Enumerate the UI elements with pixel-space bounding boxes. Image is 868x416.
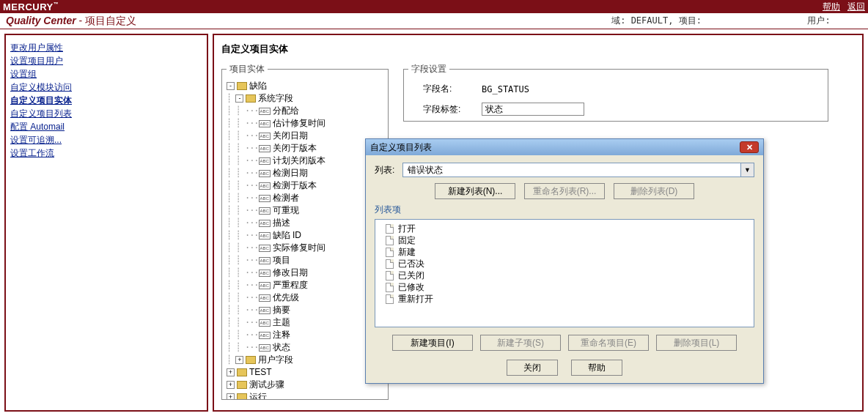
- list-items-legend: 列表项: [375, 204, 401, 215]
- tree-field-15[interactable]: ┊ ┊ ···ABC优先级: [227, 291, 383, 304]
- sidebar-item-8[interactable]: 设置工作流: [10, 146, 202, 160]
- field-icon: ABC: [259, 319, 271, 327]
- folder-icon: [246, 94, 256, 103]
- list-item-0[interactable]: 打开: [378, 223, 751, 234]
- tree-sibling-1[interactable]: +测试步骤: [227, 379, 383, 391]
- list-item-2[interactable]: 新建: [378, 246, 751, 258]
- sidebar-item-3[interactable]: 自定义模块访问: [10, 81, 202, 94]
- document-icon: [386, 259, 394, 269]
- field-name-label: 字段名:: [423, 83, 482, 95]
- tree-field-7[interactable]: ┊ ┊ ···ABC检测者: [227, 192, 383, 204]
- field-label-input[interactable]: [482, 103, 584, 116]
- close-icon: ✕: [746, 143, 753, 152]
- sidebar-item-5[interactable]: 自定义项目列表: [10, 107, 202, 120]
- dialog-close-button[interactable]: ✕: [740, 141, 759, 153]
- dialog-help-button[interactable]: 帮助: [571, 360, 622, 376]
- tree-sibling-2[interactable]: +运行: [227, 391, 383, 400]
- field-icon: ABC: [259, 157, 271, 165]
- document-icon: [386, 283, 394, 292]
- rename-item-button[interactable]: 重命名项目(E): [568, 335, 649, 351]
- sidebar-item-4[interactable]: 自定义项目实体: [10, 94, 202, 107]
- folder-icon: [237, 393, 247, 400]
- tree-field-0[interactable]: ┊ ┊ ···ABC分配给: [227, 105, 383, 117]
- tree-field-12[interactable]: ┊ ┊ ···ABC项目: [227, 254, 383, 267]
- document-icon: [386, 248, 394, 257]
- dialog-close-footer-button[interactable]: 关闭: [507, 360, 558, 376]
- tree-legend: 项目实体: [227, 63, 268, 75]
- field-legend: 字段设置: [408, 63, 449, 75]
- topbar: MERCURY™ 帮助 返回: [0, 0, 868, 13]
- field-icon: ABC: [259, 195, 271, 202]
- dialog-titlebar[interactable]: 自定义项目列表 ✕: [366, 139, 763, 155]
- tree-field-19[interactable]: ┊ ┊ ···ABC状态: [227, 341, 383, 354]
- page-title: 项目自定义: [85, 15, 136, 26]
- sidebar-item-6[interactable]: 配置 Automail: [10, 120, 202, 133]
- field-icon: ABC: [259, 332, 271, 339]
- tree-defect[interactable]: -缺陷: [227, 80, 383, 92]
- list-items-box[interactable]: 打开固定新建已否决已关闭已修改重新打开: [375, 219, 754, 327]
- tree-sibling-0[interactable]: +TEST: [227, 366, 383, 379]
- list-item-3[interactable]: 已否决: [378, 258, 751, 270]
- tree-field-9[interactable]: ┊ ┊ ···ABC描述: [227, 217, 383, 229]
- domain-label: 域:: [611, 15, 625, 26]
- field-icon: ABC: [259, 220, 271, 227]
- tree-field-18[interactable]: ┊ ┊ ···ABC注释: [227, 329, 383, 341]
- rename-list-button[interactable]: 重命名列表(R)...: [524, 183, 605, 199]
- list-item-4[interactable]: 已关闭: [378, 270, 751, 281]
- tree-field-16[interactable]: ┊ ┊ ···ABC摘要: [227, 304, 383, 316]
- field-icon: ABC: [259, 182, 271, 190]
- subheader: Quality Center - 项目自定义 域: DEFAULT, 项目: 用…: [0, 13, 868, 29]
- tree-user-fields[interactable]: ┊ +用户字段: [227, 354, 383, 366]
- list-dropdown-button[interactable]: ▼: [741, 163, 754, 177]
- folder-icon: [237, 381, 247, 389]
- field-icon: ABC: [259, 344, 271, 352]
- new-subitem-button[interactable]: 新建子项(S): [480, 335, 561, 351]
- entity-tree[interactable]: -缺陷┊ -系统字段┊ ┊ ···ABC分配给┊ ┊ ···ABC估计修复时间┊…: [227, 80, 383, 400]
- tree-field-1[interactable]: ┊ ┊ ···ABC估计修复时间: [227, 117, 383, 130]
- tree-field-3[interactable]: ┊ ┊ ···ABC关闭于版本: [227, 142, 383, 155]
- document-icon: [386, 271, 394, 281]
- delete-list-button[interactable]: 删除列表(D): [614, 183, 694, 199]
- brand-logo: MERCURY™: [3, 1, 59, 12]
- field-fieldset: 字段设置 字段名: BG_STATUS 字段标签:: [403, 63, 828, 122]
- tree-field-14[interactable]: ┊ ┊ ···ABC严重程度: [227, 279, 383, 291]
- tree-field-13[interactable]: ┊ ┊ ···ABC修改日期: [227, 267, 383, 279]
- tree-toggle-icon[interactable]: -: [227, 82, 235, 90]
- tree-field-2[interactable]: ┊ ┊ ···ABC关闭日期: [227, 130, 383, 142]
- sidebar-item-0[interactable]: 更改用户属性: [10, 41, 202, 54]
- list-select-input[interactable]: [402, 163, 741, 177]
- tree-toggle-icon[interactable]: +: [227, 381, 235, 389]
- tree-toggle-icon[interactable]: +: [235, 356, 243, 364]
- tree-field-6[interactable]: ┊ ┊ ···ABC检测于版本: [227, 179, 383, 192]
- document-icon: [386, 294, 394, 304]
- sidebar-item-7[interactable]: 设置可追溯...: [10, 133, 202, 146]
- tree-field-5[interactable]: ┊ ┊ ···ABC检测日期: [227, 167, 383, 179]
- dialog-title-text: 自定义项目列表: [370, 141, 432, 154]
- tree-system-fields[interactable]: ┊ -系统字段: [227, 92, 383, 105]
- tree-field-4[interactable]: ┊ ┊ ···ABC计划关闭版本: [227, 155, 383, 167]
- tree-field-8[interactable]: ┊ ┊ ···ABC可重现: [227, 204, 383, 217]
- tree-field-17[interactable]: ┊ ┊ ···ABC主题: [227, 316, 383, 329]
- sidebar-item-1[interactable]: 设置项目用户: [10, 54, 202, 67]
- tree-field-11[interactable]: ┊ ┊ ···ABC实际修复时间: [227, 242, 383, 254]
- tree-toggle-icon[interactable]: +: [227, 368, 235, 376]
- tree-field-10[interactable]: ┊ ┊ ···ABC缺陷 ID: [227, 229, 383, 242]
- tree-toggle-icon[interactable]: -: [235, 94, 243, 103]
- list-item-5[interactable]: 已修改: [378, 281, 751, 293]
- back-link[interactable]: 返回: [847, 1, 865, 13]
- list-item-1[interactable]: 固定: [378, 234, 751, 246]
- sidebar-item-2[interactable]: 设置组: [10, 67, 202, 81]
- new-list-button[interactable]: 新建列表(N)...: [435, 183, 515, 199]
- field-icon: ABC: [259, 257, 271, 264]
- panel-title: 自定义项目实体: [221, 42, 855, 56]
- delete-item-button[interactable]: 删除项目(L): [656, 335, 737, 351]
- field-icon: ABC: [259, 145, 271, 152]
- app-name: Quality Center: [6, 15, 76, 26]
- tree-toggle-icon[interactable]: +: [227, 393, 235, 400]
- new-item-button[interactable]: 新建项目(I): [392, 335, 473, 351]
- help-link[interactable]: 帮助: [823, 1, 840, 13]
- user-label: 用户:: [807, 15, 830, 26]
- field-name-value: BG_STATUS: [482, 84, 529, 94]
- tree-fieldset: 项目实体 -缺陷┊ -系统字段┊ ┊ ···ABC分配给┊ ┊ ···ABC估计…: [221, 63, 389, 400]
- list-item-6[interactable]: 重新打开: [378, 293, 751, 305]
